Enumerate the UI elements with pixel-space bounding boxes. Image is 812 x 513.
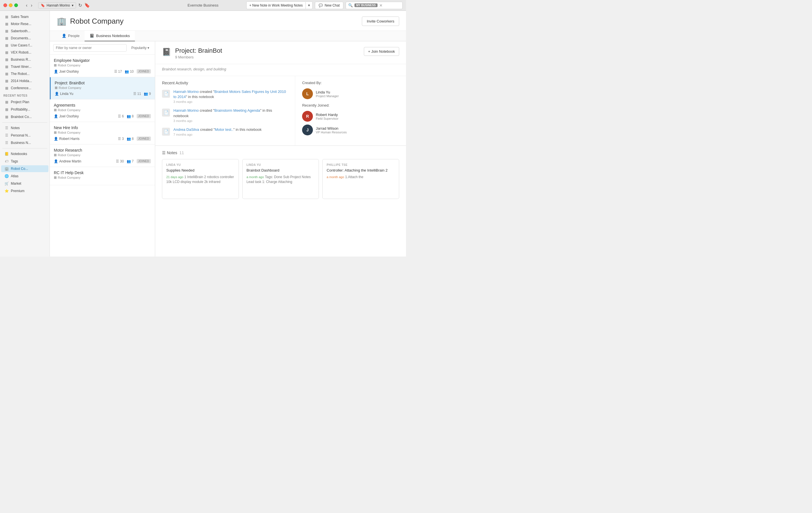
recently-joined-title: Recently Joined: [302,103,399,107]
minimize-button[interactable] [9,3,12,7]
note-card-title: Controller: Attaching the IntelliBrain 2 [326,168,395,172]
invite-coworkers-button[interactable]: Invite Coworkers [362,17,399,26]
sidebar-item-notebooks[interactable]: 📒 Notebooks [1,151,49,157]
notebook-item-employee-navigator[interactable]: Employee Navigator ▦ Robot Company 👤 Joe… [50,55,155,77]
sidebar-item-tags[interactable]: 🏷 Tags [1,158,49,165]
new-note-button[interactable]: + New Note in Work Meeting Notes ▾ [246,1,313,9]
note-card-controller-attaching[interactable]: PHILLIPE TSE Controller: Attaching the I… [322,159,399,199]
note-meta: 21 days ago 1 IntelliBrain 2 robotics co… [166,175,235,184]
activity-user-link[interactable]: Andrea DaSilva [173,127,199,132]
search-close-icon[interactable]: ✕ [379,3,383,8]
owner-icon: 👤 [54,70,58,74]
sidebar-label: Premium [11,189,25,193]
sort-button[interactable]: Popularity ▾ [129,45,151,51]
sidebar-item-sabertooth[interactable]: ▦ Sabertooth... [1,28,49,34]
sidebar-item-market[interactable]: 🛒 Market [1,180,49,187]
joined-avatar-2: J [302,125,313,135]
note-icon: ▦ [5,115,8,119]
notebook-stats: ☰ 30 👥 7 JOINED [116,159,151,163]
filter-input[interactable] [53,44,127,52]
joined-name-2: Jarrad Wilson [316,126,347,131]
sync-button[interactable]: ↻ [78,3,82,8]
join-notebook-button[interactable]: + Join Notebook [364,47,399,56]
close-button[interactable] [3,3,7,7]
company-title-row: 🏢 Robot Company [57,17,123,26]
search-bar[interactable]: 🔍 MY BUSINESS ✕ [346,2,403,9]
account-button[interactable]: 🔖 Hannah Morino ▾ [38,2,76,8]
notebook-item-project-brainbot[interactable]: Project: BrainBot ▦ Robot Company 👤 Lind… [50,77,155,100]
sidebar-item-vex-roboti[interactable]: ▦ VEX Roboti... [1,49,49,56]
back-button[interactable]: ‹ [25,2,28,8]
main-content: 🏢 Robot Company Invite Coworkers 👤 Peopl… [50,11,406,256]
tab-business-notebooks[interactable]: 📓 Business Notebooks [85,31,135,41]
sidebar-label: Personal N... [11,133,30,137]
history-button[interactable]: 🔖 [84,3,90,8]
joined-role-2: VP Human Resources [316,131,347,134]
notebook-meta: 👤 Linda Yu ☰ 11 👥 9 [55,92,151,96]
note-time: a month ago [326,175,344,179]
members-icon: 👥 [127,159,131,163]
company-header: 🏢 Robot Company Invite Coworkers [50,11,406,31]
note-author: PHILLIPE TSE [326,163,395,166]
detail-notebook-description: Brainbot research, design, and building [155,67,406,76]
sidebar-item-sales-team[interactable]: ▦ Sales Team [1,14,49,20]
notebook-title: RC IT Help Desk [54,170,151,175]
activity-user-link[interactable]: Hannah Morino [173,108,199,113]
sidebar-item-profitability[interactable]: ▦ Profitability... [1,106,49,113]
sidebar-item-project-plan[interactable]: ▦ Project Plan [1,99,49,105]
note-card-title: Brainbot Dashboard [246,168,315,172]
maximize-button[interactable] [14,3,18,7]
note-snippet: 1.Attach the [345,175,363,179]
recent-activity-section: Recent Activity 📄 Hannah Morino created … [155,76,295,145]
joined-name-1: Robert Hardy [316,113,338,117]
new-note-dropdown-icon[interactable]: ▾ [306,2,312,9]
sidebar-label: Business R... [11,58,31,61]
notebook-item-rc-it-help-desk[interactable]: RC IT Help Desk ▦ Robot Company [50,167,155,185]
detail-notebook-title: Project: BrainBot [175,47,222,54]
sidebar-item-premium[interactable]: ⭐ Premium [1,188,49,194]
tab-people[interactable]: 👤 People [57,31,85,41]
forward-button[interactable]: › [30,2,33,8]
notebook-item-agreements[interactable]: Agreements ▦ Robot Company 👤 Joel Osofsk… [50,100,155,122]
notebook-company-icon: ▦ [55,86,58,89]
notes-icon: ☰ [133,92,136,96]
sidebar-item-motor-rese[interactable]: ▦ Motor Rese... [1,21,49,27]
notebook-title: Project: BrainBot [55,81,151,85]
notebooks-icon: 📒 [5,152,8,156]
new-note-label[interactable]: + New Note in Work Meeting Notes [246,2,306,9]
activity-text: Hannah Morino created "Brainstorm Meetin… [173,108,288,118]
sidebar-item-notes[interactable]: ☰ Notes [1,125,49,131]
activity-icon: 📄 [162,90,170,98]
detail-panel: 📓 Project: BrainBot 9 Members + Join Not… [155,41,406,256]
activity-user-link[interactable]: Hannah Morino [173,89,199,94]
notebook-title: Employee Navigator [54,58,151,63]
activity-note-link[interactable]: Motor test.. [215,127,233,132]
sidebar-item-the-robot[interactable]: ▦ The Robot... [1,71,49,77]
sidebar-item-atlas[interactable]: 🌐 Atlas [1,173,49,180]
sidebar-item-business-n[interactable]: ☰ Business N... [1,139,49,146]
notebook-company-icon: ▦ [54,153,57,157]
sidebar-item-personal-n[interactable]: ☰ Personal N... [1,132,49,139]
notebook-meta: 👤 Joel Osofsky ☰ 6 👥 8 JOINED [54,114,151,118]
notes-grid: LINDA YU Supplies Needed 21 days ago 1 I… [162,159,399,199]
sidebar-item-use-cases[interactable]: ▦ Use Cases f... [1,42,49,49]
detail-header: 📓 Project: BrainBot 9 Members + Join Not… [155,41,406,64]
sidebar-item-business-r[interactable]: ▦ Business R... [1,56,49,63]
sidebar-label: Sales Team [11,15,28,19]
sidebar-item-brainbot-co[interactable]: ▦ Brainbot Co... [1,113,49,120]
notebook-item-motor-research[interactable]: Motor Research ▦ Robot Company 👤 Andrew … [50,144,155,167]
sidebar-item-2014-holida[interactable]: ▦ 2014 Holida... [1,78,49,84]
sidebar-item-travel-itiner[interactable]: ▦ Travel Itiner... [1,63,49,70]
sidebar-item-conference[interactable]: ▦ Conference... [1,85,49,91]
notebook-icon: ▦ [5,79,8,83]
notes-stat: ☰ 30 [116,159,123,163]
note-card-brainbot-dashboard[interactable]: LINDA YU Brainbot Dashboard a month ago … [242,159,319,199]
activity-content: Andrea DaSilva created "Motor test.." in… [173,127,262,136]
activity-note-link[interactable]: Brainstorm Meeting Agenda [214,108,260,113]
sidebar-item-documents[interactable]: ▦ Documents... [1,35,49,42]
sidebar-label: Travel Itiner... [11,65,31,69]
notebook-item-new-hire-info[interactable]: New Hire Info ▦ Robot Company 👤 Robert H… [50,122,155,144]
new-chat-button[interactable]: 💬 New Chat [315,2,343,9]
sidebar-item-robot-co[interactable]: 🏢 Robot Co... [1,165,49,172]
note-card-supplies-needed[interactable]: LINDA YU Supplies Needed 21 days ago 1 I… [162,159,239,199]
